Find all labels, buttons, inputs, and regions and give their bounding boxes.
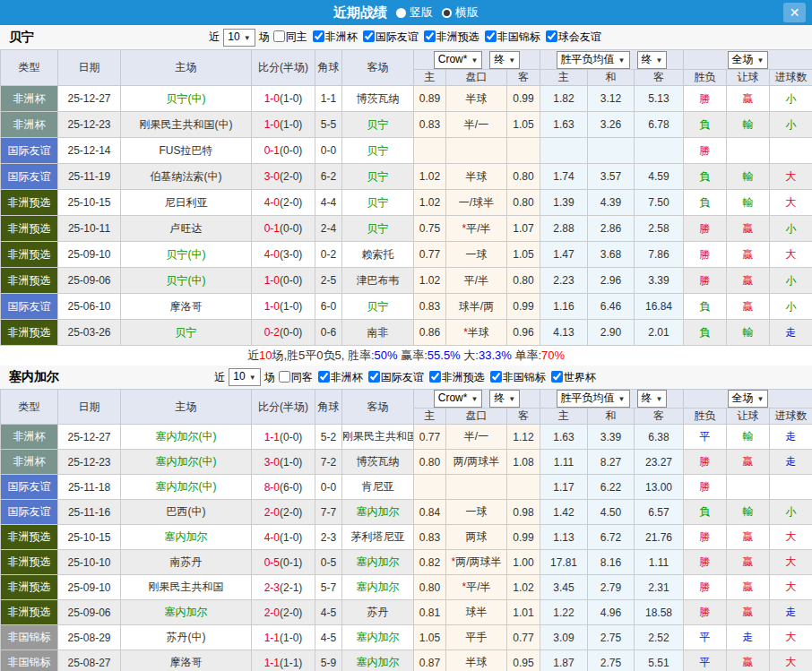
filter-checkbox[interactable] bbox=[551, 371, 563, 383]
odds-source-select[interactable]: Crow*▼ bbox=[434, 390, 483, 408]
filter-checkbox[interactable] bbox=[363, 30, 375, 42]
avg-time-select[interactable]: 终▼ bbox=[637, 390, 668, 408]
period-select[interactable]: 全场▼ bbox=[728, 51, 769, 69]
match-date: 25-11-18 bbox=[58, 475, 121, 500]
filter-checkbox[interactable] bbox=[429, 371, 441, 383]
result-winloss: 負 bbox=[684, 320, 727, 346]
odds-home: 0.87 bbox=[414, 650, 446, 671]
avg-away: 6.57 bbox=[635, 500, 684, 525]
summary-segment: 场,胜5平0负5, 胜率: bbox=[272, 348, 374, 362]
home-team: 尼日利亚 bbox=[121, 190, 252, 216]
result-winloss: 平 bbox=[684, 625, 727, 650]
filter-checkbox-label[interactable]: 非洲预选 bbox=[420, 30, 479, 43]
result-handicap: 贏 bbox=[727, 86, 770, 112]
filter-checkbox-label[interactable]: 同客 bbox=[275, 371, 313, 383]
recent-count-select[interactable]: 10▼ bbox=[229, 368, 260, 386]
result-goals: 大 bbox=[770, 625, 812, 650]
odds-away: 1.05 bbox=[507, 242, 540, 268]
odds-home bbox=[414, 475, 446, 500]
match-row: 非洲预选25-09-10贝宁(中)4-0(3-0)0-2赖索托0.77一球1.0… bbox=[1, 242, 812, 268]
filter-checkbox-label[interactable]: 世界杯 bbox=[548, 371, 596, 383]
filter-checkbox[interactable] bbox=[318, 371, 330, 383]
odds-time-select[interactable]: 终▼ bbox=[489, 51, 520, 69]
match-date: 25-08-27 bbox=[58, 650, 121, 671]
away-team: 南非 bbox=[342, 320, 414, 346]
horizontal-layout-radio[interactable] bbox=[442, 8, 452, 18]
result-handicap bbox=[727, 138, 770, 164]
avg-draw: 2.75 bbox=[588, 625, 635, 650]
odds-source-select[interactable]: Crow*▼ bbox=[434, 51, 483, 69]
avg-away: 13.00 bbox=[635, 475, 684, 500]
odds-home: 0.83 bbox=[414, 294, 446, 320]
away-team: 贝宁 bbox=[342, 294, 414, 320]
filter-checkbox[interactable] bbox=[490, 371, 502, 383]
avg-time-select[interactable]: 终▼ bbox=[637, 51, 668, 69]
vertical-layout-label[interactable]: 竖版 bbox=[410, 4, 433, 21]
avg-away: 1.11 bbox=[635, 550, 684, 575]
filter-checkbox[interactable] bbox=[546, 30, 557, 42]
odds-handicap bbox=[446, 475, 507, 500]
col-date: 日期 bbox=[58, 50, 121, 86]
filter-checkbox-label[interactable]: 非国锦标 bbox=[487, 371, 546, 383]
away-team: 贝宁 bbox=[342, 112, 414, 138]
recent-count-select[interactable]: 10▼ bbox=[223, 29, 255, 47]
filter-checkbox-label[interactable]: 非洲杯 bbox=[309, 30, 358, 43]
odds-handicap: 球半/两 bbox=[446, 294, 507, 320]
match-row: 非洲预选25-03-26贝宁0-2(0-0)0-6南非0.86*半球0.964.… bbox=[1, 320, 812, 346]
col-goals-result: 进球数 bbox=[770, 70, 812, 86]
result-handicap: 贏 bbox=[727, 242, 770, 268]
odds-home: 1.02 bbox=[414, 164, 446, 190]
filter-checkbox[interactable] bbox=[368, 371, 380, 383]
filter-checkbox[interactable] bbox=[273, 30, 285, 42]
filter-checkbox-label[interactable]: 球会友谊 bbox=[542, 30, 601, 43]
filter-checkbox-label[interactable]: 非国锦标 bbox=[481, 30, 540, 43]
avg-away: 5.51 bbox=[635, 650, 684, 671]
col-handicap-result: 让球 bbox=[727, 409, 770, 425]
col-handicap: 盘口 bbox=[446, 409, 507, 425]
away-team: 塞内加尔 bbox=[342, 500, 414, 525]
odds-handicap: 半球 bbox=[446, 650, 507, 671]
period-select[interactable]: 全场▼ bbox=[728, 390, 769, 408]
avg-type-select[interactable]: 胜平负均值▼ bbox=[557, 51, 630, 69]
filter-checkbox[interactable] bbox=[424, 30, 436, 42]
avg-draw: 4.39 bbox=[588, 190, 635, 216]
match-row: 非洲预选25-09-06贝宁(中)1-0(0-0)2-5津巴布韦1.02平/半0… bbox=[1, 268, 812, 294]
avg-type-select[interactable]: 胜平负均值▼ bbox=[557, 390, 630, 408]
odds-away: 1.08 bbox=[507, 450, 540, 475]
horizontal-layout-label[interactable]: 横版 bbox=[455, 4, 479, 21]
corner-score: 0-5 bbox=[315, 550, 342, 575]
filter-checkbox-label[interactable]: 非洲杯 bbox=[315, 371, 363, 383]
avg-away: 6.38 bbox=[635, 425, 684, 450]
col-avg-home: 主 bbox=[540, 409, 588, 425]
result-handicap: 贏 bbox=[727, 650, 770, 671]
col-odds-home: 主 bbox=[414, 409, 446, 425]
close-icon[interactable]: ✕ bbox=[783, 3, 806, 22]
filter-checkbox[interactable] bbox=[313, 30, 324, 42]
filter-checkbox-label[interactable]: 国际友谊 bbox=[365, 371, 424, 383]
avg-home: 1.22 bbox=[540, 600, 588, 625]
odds-time-select[interactable]: 终▼ bbox=[489, 390, 520, 408]
avg-home: 1.82 bbox=[540, 86, 588, 112]
home-team: 摩洛哥 bbox=[121, 650, 252, 671]
vertical-layout-radio[interactable] bbox=[396, 8, 406, 18]
filter-checkbox-label[interactable]: 国际友谊 bbox=[359, 30, 419, 43]
odds-home: 0.75 bbox=[414, 216, 446, 242]
home-team: 伯基纳法索(中) bbox=[121, 164, 252, 190]
avg-away: 21.76 bbox=[635, 525, 684, 550]
benin-filter-row: 贝宁 近 10▼ 场 同主非洲杯国际友谊非洲预选非国锦标球会友谊 bbox=[0, 25, 812, 49]
match-date: 25-08-29 bbox=[58, 625, 121, 650]
avg-home: 1.74 bbox=[540, 164, 588, 190]
result-goals: 小 bbox=[770, 86, 812, 112]
match-row: 国际友谊25-11-16巴西(中)2-0(2-0)7-7塞内加尔0.84一球0.… bbox=[1, 500, 812, 525]
result-handicap: 贏 bbox=[727, 575, 770, 600]
filter-checkbox-label[interactable]: 同主 bbox=[270, 30, 307, 43]
home-team: 卢旺达 bbox=[121, 216, 252, 242]
match-date: 25-09-10 bbox=[58, 242, 121, 268]
match-score: 1-0(1-0) bbox=[252, 112, 315, 138]
filter-checkbox[interactable] bbox=[279, 371, 290, 383]
col-home: 主场 bbox=[121, 390, 252, 425]
filter-checkbox-label[interactable]: 非洲预选 bbox=[426, 371, 485, 383]
home-team: 塞内加尔(中) bbox=[121, 425, 252, 450]
result-winloss: 勝 bbox=[684, 138, 727, 164]
filter-checkbox[interactable] bbox=[485, 30, 497, 42]
